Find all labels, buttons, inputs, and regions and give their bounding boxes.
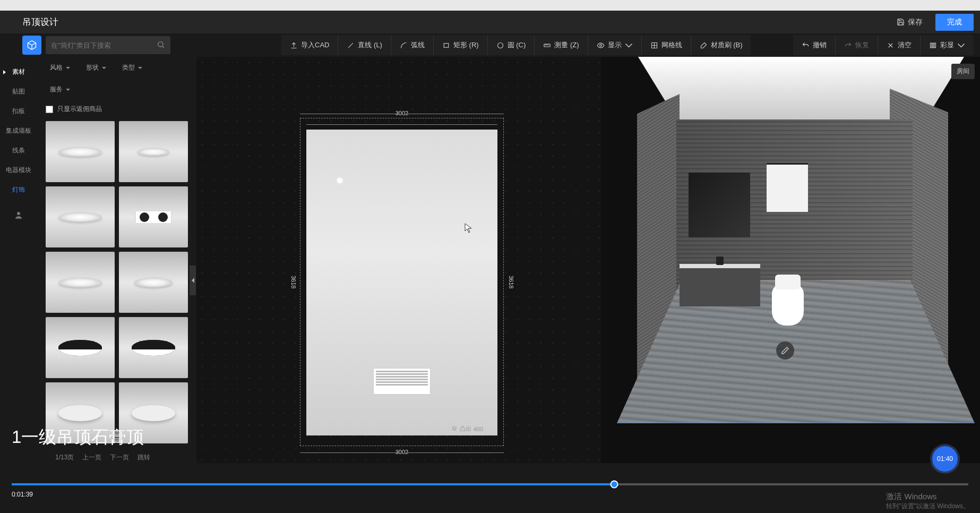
asset-grid [46,118,188,443]
filter-service[interactable]: 服务 [46,83,74,96]
commission-checkbox-row[interactable]: 只显示返佣商品 [46,100,188,118]
chevron-down-icon [625,41,633,49]
checkbox[interactable] [46,106,53,113]
pencil-icon [781,346,789,355]
display-dropdown[interactable]: 显示 [588,35,642,55]
placed-downlight[interactable] [337,178,342,183]
dimension-right: 3618 [508,118,515,446]
circle-tool[interactable]: 圆 (C) [488,35,535,55]
asset-downlight-5[interactable] [119,252,188,313]
tab-texture[interactable]: 贴图 [0,83,37,100]
asset-downlight-1[interactable] [46,121,115,182]
svg-point-0 [158,41,163,46]
arc-tool[interactable]: 弧线 [391,35,434,55]
dimension-inner [306,121,497,128]
model-library-button[interactable] [22,36,41,55]
tab-wallboard[interactable]: 集成墙板 [0,122,37,140]
line-tool[interactable]: 直线 (L) [338,35,391,55]
progress-bar[interactable] [12,483,968,485]
filter-shape[interactable]: 形状 [82,61,110,74]
save-icon [897,18,905,26]
svg-point-9 [599,44,601,46]
rect-icon [442,41,450,49]
bathroom-mirror [689,173,750,237]
search-icon[interactable] [157,40,165,50]
save-button[interactable]: 保存 [889,14,930,30]
svg-rect-5 [544,44,550,47]
dimension-left: 3618 [290,118,297,446]
chevron-down-icon [957,41,965,49]
time-bubble: 01:40 [932,446,958,472]
tab-panel[interactable]: 扣板 [0,102,37,120]
panel-collapse-handle[interactable] [190,266,196,295]
asset-downlight-3[interactable] [46,186,115,247]
ruler-icon [543,41,551,49]
asset-double-spot[interactable] [119,186,188,247]
cube-icon [27,40,37,50]
asset-downlight-2[interactable] [119,121,188,182]
measure-tool[interactable]: 测量 (Z) [535,35,588,55]
elevation-icon [451,426,458,432]
progress-fill [12,483,614,485]
svg-point-13 [17,212,20,215]
dimension-bottom: 3002 [300,449,504,455]
eye-icon [597,41,605,49]
rect-tool[interactable]: 矩形 (R) [434,35,488,55]
brush-icon [700,41,708,49]
filter-style[interactable]: 风格 [46,61,74,74]
app-title: 吊顶设计 [22,16,58,28]
elevation-badge: 凸出 400 [451,425,483,433]
svg-rect-11 [932,43,934,48]
toolbar: 导入CAD 直线 (L) 弧线 矩形 (R) 圆 (C) 测量 (Z) 显示 [0,33,980,57]
clear-button[interactable]: 清空 [878,35,921,55]
progress-thumb[interactable] [611,481,618,489]
jump-page[interactable]: 跳转 [137,453,150,462]
asset-ceiling-black-2[interactable] [119,317,188,378]
asset-ceiling-black[interactable] [46,317,115,378]
asset-downlight-4[interactable] [46,252,115,313]
prev-page[interactable]: 上一页 [82,453,101,462]
tab-appliance[interactable]: 电器模块 [0,161,37,179]
windows-watermark: 激活 Windows 转到"设置"以激活 Windows。 [886,491,969,511]
video-controls: 0:01:39 [0,475,980,513]
toilet [772,284,804,326]
user-icon[interactable] [14,210,23,221]
exhaust-fan[interactable] [373,368,431,395]
title-actions: 保存 完成 [889,14,974,31]
tab-molding[interactable]: 线条 [0,142,37,159]
filter-row-1: 风格 形状 类型 [46,57,188,79]
search-box[interactable] [46,36,170,54]
undo-icon [802,41,810,49]
next-page[interactable]: 下一页 [110,453,129,462]
upload-icon [290,41,298,49]
grid-icon [650,41,658,49]
arc-icon [400,41,408,49]
grid-tool[interactable]: 网格线 [642,35,691,55]
page-indicator: 1/13页 [55,453,74,462]
columns-icon [929,41,937,49]
filter-type[interactable]: 类型 [118,61,147,74]
video-caption: 1一级吊顶石膏顶 [12,425,144,449]
viewport-3d[interactable] [601,57,980,463]
room-3d [617,57,975,439]
color-display-dropdown[interactable]: 彩显 [921,35,974,55]
import-cad-button[interactable]: 导入CAD [281,35,338,55]
redo-button[interactable]: 恢复 [836,35,878,55]
vanity-cabinet [680,264,760,306]
svg-rect-3 [444,43,449,47]
tab-material[interactable]: 素材 [0,63,37,81]
towel-rack [767,163,808,212]
svg-rect-14 [453,427,456,429]
line-icon [347,41,355,49]
done-button[interactable]: 完成 [935,14,974,31]
undo-button[interactable]: 撤销 [793,35,836,55]
search-input[interactable] [51,41,157,49]
edit-3d-button[interactable] [776,341,794,360]
time-label: 0:01:39 [12,491,968,498]
canvas-2d[interactable]: 3002 3002 3618 3618 凸出 400 [196,57,601,463]
room-view-button[interactable]: 房间 [951,64,975,79]
filter-row-2: 服务 [46,79,188,100]
material-brush-tool[interactable]: 材质刷 (B) [691,35,751,55]
svg-point-4 [497,42,503,48]
tab-lighting[interactable]: 灯饰 [0,181,37,199]
